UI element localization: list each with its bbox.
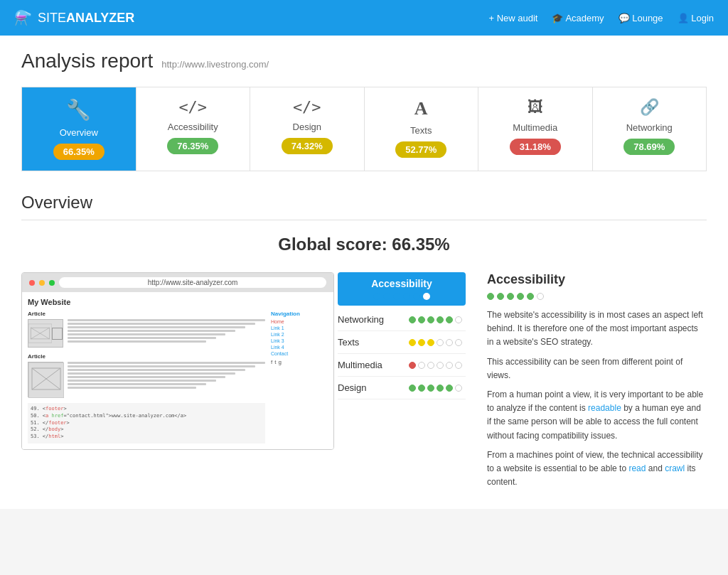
dot-2 — [383, 293, 390, 300]
dot-1 — [373, 293, 380, 300]
dot-green — [49, 280, 55, 286]
accessibility-highlight-box: Accessibility — [338, 272, 466, 306]
score-cards: 🔧 Overview 66.35% </> Accessibility 76.3… — [21, 87, 707, 171]
desc-para-2: This accessibility can be seen from diff… — [487, 355, 707, 382]
n-dot-3 — [427, 316, 434, 323]
m-dot-4 — [437, 362, 444, 369]
d-dot-5 — [446, 385, 453, 392]
multimedia-metric-label: Multimedia — [338, 360, 402, 370]
browser-mockup: http://www.site-analyzer.com My Website … — [21, 272, 334, 450]
design-label: Design — [257, 122, 357, 132]
d-dot-2 — [418, 385, 425, 392]
card-overview[interactable]: 🔧 Overview 66.35% — [22, 87, 136, 171]
logo-flask-icon: ⚗️ — [14, 9, 32, 26]
multimedia-dots — [409, 362, 462, 369]
browser-url: http://www.site-analyzer.com — [59, 277, 326, 288]
networking-label: Networking — [600, 122, 700, 133]
multimedia-label: Multimedia — [486, 122, 585, 133]
desc-para-3: From a human point a view, it is very im… — [487, 388, 707, 443]
dot-6 — [423, 293, 430, 300]
header: ⚗️ SITEANALYZER + New audit 🎓 Academy 💬 … — [0, 0, 728, 36]
m-dot-6 — [455, 362, 462, 369]
desc-para-4: From a machines point of view, the techn… — [487, 448, 707, 490]
card-accessibility[interactable]: </> Accessibility 76.35% — [136, 87, 251, 171]
multimedia-icon: 🖼 — [486, 98, 585, 117]
social-icons: f t g — [271, 359, 328, 365]
accessibility-desc-dots — [487, 293, 707, 300]
d-dot-6 — [455, 385, 462, 392]
texts-metric-label: Texts — [338, 337, 402, 348]
desc-dot-5 — [527, 293, 534, 300]
text-lines-1 — [68, 319, 265, 348]
article-label-1: Article — [28, 311, 265, 317]
accessibility-label: Accessibility — [144, 122, 243, 132]
page-title-row: Analysis report http://www.livestrong.co… — [21, 50, 707, 72]
multimedia-badge: 31.18% — [510, 139, 561, 155]
academy-link[interactable]: 🎓 Academy — [552, 13, 604, 23]
m-dot-5 — [446, 362, 453, 369]
n-dot-2 — [418, 316, 425, 323]
n-dot-4 — [437, 316, 444, 323]
highlight-read: read — [628, 463, 646, 473]
metric-multimedia: Multimedia — [338, 354, 466, 377]
login-link[interactable]: 👤 Login — [678, 13, 714, 23]
page-title: Analysis report — [21, 50, 153, 72]
nav-side: Navigation Home Link 1 Link 2 Link 3 Lin… — [271, 311, 328, 444]
networking-dots — [409, 316, 462, 323]
metric-networking: Networking — [338, 308, 466, 331]
dot-yellow — [39, 280, 45, 286]
desc-dot-1 — [487, 293, 494, 300]
article-2 — [28, 362, 265, 397]
section-title: Overview — [21, 193, 707, 220]
right-description-panel: Accessibility The website's accessibilit… — [480, 272, 707, 495]
t-dot-1 — [409, 339, 416, 346]
new-audit-link[interactable]: + New audit — [488, 13, 537, 23]
dot-red — [29, 280, 35, 286]
m-dot-3 — [427, 362, 434, 369]
image-placeholder-2 — [28, 362, 63, 397]
desc-dot-6 — [537, 293, 544, 300]
texts-label: Texts — [372, 125, 471, 136]
design-badge: 74.32% — [282, 138, 333, 154]
n-dot-5 — [446, 316, 453, 323]
site-name: My Website — [28, 298, 328, 306]
m-dot-2 — [418, 362, 425, 369]
networking-badge: 78.69% — [623, 139, 675, 155]
page-url: http://www.livestrong.com/ — [161, 59, 269, 70]
article-1 — [28, 319, 265, 348]
card-networking[interactable]: 🔗 Networking 78.69% — [593, 87, 707, 171]
networking-metric-label: Networking — [338, 314, 402, 325]
t-dot-6 — [455, 339, 462, 346]
browser-bar: http://www.site-analyzer.com — [22, 273, 333, 292]
lounge-link[interactable]: 💬 Lounge — [619, 13, 663, 23]
overview-badge: 66.35% — [53, 144, 105, 160]
texts-badge: 52.77% — [395, 141, 446, 158]
logo: ⚗️ SITEANALYZER — [14, 9, 134, 26]
dot-3 — [393, 293, 400, 300]
image-placeholder-1 — [28, 319, 63, 348]
dot-4 — [403, 293, 410, 300]
n-dot-1 — [409, 316, 416, 323]
browser-area: http://www.site-analyzer.com My Website … — [21, 272, 466, 450]
code-block: 49. <footer> 50. <a href="contact.html">… — [28, 403, 265, 444]
metrics-panel: Accessibility Networking — [338, 272, 466, 399]
design-dots — [409, 385, 462, 392]
desc-dot-2 — [497, 293, 504, 300]
main-nav: + New audit 🎓 Academy 💬 Lounge 👤 Login — [488, 13, 714, 23]
d-dot-3 — [427, 385, 434, 392]
overview-label: Overview — [29, 127, 129, 138]
texts-icon: A — [372, 98, 471, 119]
card-multimedia[interactable]: 🖼 Multimedia 31.18% — [478, 87, 593, 171]
card-texts[interactable]: A Texts 52.77% — [365, 87, 479, 171]
design-metric-label: Design — [338, 382, 402, 393]
accessibility-box-title: Accessibility — [348, 278, 456, 289]
design-icon: </> — [257, 98, 357, 116]
m-dot-1 — [409, 362, 416, 369]
n-dot-6 — [455, 316, 462, 323]
metric-texts: Texts — [338, 331, 466, 354]
browser-content: My Website Article — [22, 292, 333, 449]
accessibility-icon: </> — [144, 98, 243, 116]
texts-dots — [409, 339, 462, 346]
accessibility-desc-title: Accessibility — [487, 272, 707, 287]
card-design[interactable]: </> Design 74.32% — [250, 87, 365, 171]
